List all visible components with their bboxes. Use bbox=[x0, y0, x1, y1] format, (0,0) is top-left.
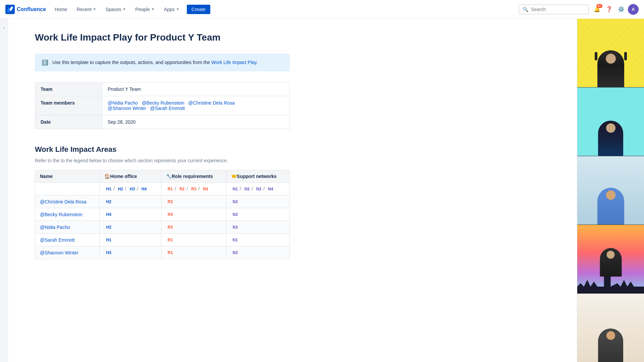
member-link-becky[interactable]: @Becky Rubenstein bbox=[142, 100, 184, 106]
tags-home-office: H1/ H2/ H3/ H4 bbox=[100, 183, 161, 195]
tag-n1: N1 bbox=[231, 186, 239, 192]
chevron-right-icon: › bbox=[3, 25, 5, 30]
tags-name-empty bbox=[35, 183, 100, 195]
table-row: @Shannon Winter H3 R1 N2 bbox=[35, 246, 290, 259]
user-avatar[interactable]: A bbox=[628, 4, 639, 15]
confluence-logo-icon bbox=[5, 5, 15, 14]
settings-button[interactable]: ⚙️ bbox=[616, 4, 627, 15]
info-text: Use this template to capture the outputs… bbox=[52, 59, 258, 66]
date-label: Date bbox=[35, 115, 102, 129]
tag-n4: N4 bbox=[266, 186, 275, 192]
video-tile-2 bbox=[577, 87, 644, 156]
date-row: Date Sep 28, 2020 bbox=[35, 115, 290, 129]
tag-h2: H2 bbox=[116, 186, 125, 192]
row-role-tag: R3 bbox=[166, 225, 174, 230]
search-input[interactable] bbox=[531, 7, 585, 12]
row-support: N3 bbox=[226, 221, 289, 234]
row-home-tag: H3 bbox=[104, 250, 113, 255]
row-role-tag: R1 bbox=[166, 250, 174, 255]
nav-apps[interactable]: Apps ▼ bbox=[161, 5, 183, 14]
video-tile-5 bbox=[577, 294, 644, 362]
help-button[interactable]: ❓ bbox=[604, 4, 614, 15]
tag-r2: R2 bbox=[178, 186, 186, 192]
help-icon: ❓ bbox=[606, 6, 612, 12]
member-link-nidia[interactable]: @Nidia Pacho bbox=[108, 100, 138, 106]
date-value: Sep 28, 2020 bbox=[102, 115, 290, 129]
member-link-shannon[interactable]: @Shannon Winter bbox=[108, 106, 146, 111]
confluence-logo[interactable]: Confluence bbox=[5, 5, 46, 14]
info-text-before: Use this template to capture the outputs… bbox=[52, 60, 211, 65]
member-link-sarah[interactable]: @Sarah Emmott bbox=[150, 106, 185, 111]
row-support-tag: N3 bbox=[231, 225, 239, 230]
search-icon: 🔍 bbox=[523, 7, 528, 12]
video-panel bbox=[577, 19, 644, 362]
row-home-tag: H1 bbox=[104, 237, 113, 243]
tag-r1: R1 bbox=[166, 186, 174, 192]
row-person-link[interactable]: @Christine Dela Rosa bbox=[40, 199, 87, 204]
tag-n3: N3 bbox=[255, 186, 263, 192]
row-support: N1 bbox=[226, 234, 289, 246]
section-desc: Refer to the to the legend below to choo… bbox=[35, 158, 550, 163]
top-navigation: Confluence Home Recent ▼ Spaces ▼ People… bbox=[0, 0, 644, 19]
row-home-office: H3 bbox=[100, 246, 161, 259]
row-person-link[interactable]: @Nidia Pacho bbox=[40, 225, 70, 230]
row-role-tag: R4 bbox=[166, 212, 174, 217]
tag-h4: H4 bbox=[140, 186, 148, 192]
tags-support-networks: N1/ N2/ N3/ N4 bbox=[226, 183, 289, 195]
row-name: @Sarah Emmott bbox=[35, 234, 100, 246]
row-name: @Shannon Winter bbox=[35, 246, 100, 259]
info-text-after: . bbox=[257, 60, 258, 65]
search-box[interactable]: 🔍 bbox=[519, 4, 589, 14]
team-row: Team Product Y Team bbox=[35, 82, 290, 96]
main-layout: › Work Life Impact Play for Product Y Te… bbox=[0, 19, 644, 362]
notifications-badge: 9+ bbox=[596, 4, 602, 8]
row-home-office: H4 bbox=[100, 208, 161, 221]
nav-icon-group: 🔔 9+ ❓ ⚙️ A bbox=[592, 4, 639, 15]
impact-header-row: Name 🏠Home office 🔧Role requirements 🤝Su… bbox=[35, 170, 290, 183]
row-role: R3 bbox=[161, 221, 226, 234]
tag-r3: R3 bbox=[190, 186, 198, 192]
impact-table: Name 🏠Home office 🔧Role requirements 🤝Su… bbox=[35, 170, 290, 259]
recent-chevron: ▼ bbox=[93, 7, 96, 11]
row-support-tag: N2 bbox=[231, 212, 239, 217]
row-support-tag: N1 bbox=[231, 237, 239, 243]
create-button[interactable]: Create bbox=[187, 5, 210, 14]
members-value: @Nidia Pacho @Becky Rubenstein @Christin… bbox=[102, 96, 290, 115]
row-home-office: H2 bbox=[100, 221, 161, 234]
page-content: Work Life Impact Play for Product Y Team… bbox=[8, 19, 577, 362]
col-role: 🔧Role requirements bbox=[161, 170, 226, 183]
nav-people[interactable]: People ▼ bbox=[132, 5, 158, 14]
team-label: Team bbox=[35, 82, 102, 96]
info-box: ℹ️ Use this template to capture the outp… bbox=[35, 54, 290, 71]
row-home-tag: H2 bbox=[104, 199, 113, 204]
info-link[interactable]: Work Life Impact Play bbox=[211, 60, 257, 65]
video-tile-3 bbox=[577, 156, 644, 225]
col-support: 🤝Support networks bbox=[226, 170, 289, 183]
member-link-christine[interactable]: @Christine Dela Rosa bbox=[188, 100, 235, 106]
spaces-chevron: ▼ bbox=[122, 7, 126, 11]
row-support-tag: N2 bbox=[231, 199, 239, 204]
tag-h1: H1 bbox=[104, 186, 113, 192]
info-icon: ℹ️ bbox=[42, 59, 48, 66]
row-home-tag: H4 bbox=[104, 212, 113, 217]
row-person-link[interactable]: @Sarah Emmott bbox=[40, 237, 75, 243]
sidebar-toggle[interactable]: › bbox=[0, 19, 8, 362]
metadata-table: Team Product Y Team Team members @Nidia … bbox=[35, 82, 290, 129]
confluence-text: Confluence bbox=[17, 6, 46, 12]
row-person-link[interactable]: @Becky Rubenstein bbox=[40, 212, 83, 217]
nav-spaces[interactable]: Spaces ▼ bbox=[102, 5, 129, 14]
row-name: @Christine Dela Rosa bbox=[35, 195, 100, 208]
row-person-link[interactable]: @Shannon Winter bbox=[40, 250, 78, 255]
notifications-button[interactable]: 🔔 9+ bbox=[592, 4, 602, 15]
nav-home[interactable]: Home bbox=[51, 5, 70, 14]
team-value: Product Y Team bbox=[102, 82, 290, 96]
page-title: Work Life Impact Play for Product Y Team bbox=[35, 32, 550, 43]
col-name: Name bbox=[35, 170, 100, 183]
row-support: N2 bbox=[226, 208, 289, 221]
people-chevron: ▼ bbox=[151, 7, 155, 11]
tags-role-requirements: R1/ R2/ R3/ R4 bbox=[161, 183, 226, 195]
row-role: R1 bbox=[161, 246, 226, 259]
row-role: R2 bbox=[161, 195, 226, 208]
nav-recent[interactable]: Recent ▼ bbox=[73, 5, 99, 14]
row-support: N2 bbox=[226, 246, 289, 259]
